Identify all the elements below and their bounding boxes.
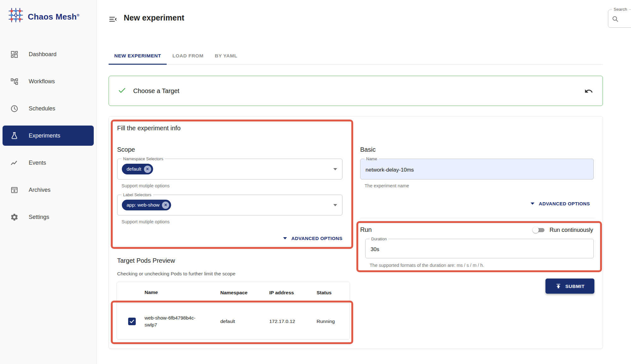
sidebar-item-events[interactable]: Events: [3, 153, 94, 173]
dashboard-icon: [10, 50, 19, 59]
triangle-down-icon: [531, 203, 534, 205]
run-continuously-toggle-row: Run continuously: [533, 226, 593, 234]
triangle-down-icon: [283, 237, 287, 239]
timeline-icon: [10, 159, 19, 167]
duration-field[interactable]: Duration: [365, 239, 594, 258]
pods-preview-heading: Target Pods Preview: [117, 257, 175, 264]
pod-checkbox[interactable]: [128, 318, 136, 325]
experiment-info-heading: Fill the experiment info: [117, 125, 181, 132]
pod-status: Running: [317, 319, 350, 324]
search-icon: [611, 15, 619, 23]
publish-icon: [555, 283, 562, 289]
tab-new-experiment[interactable]: NEW EXPERIMENT: [109, 47, 167, 64]
section-divider: [360, 218, 595, 218]
sidebar-item-settings[interactable]: Settings: [3, 207, 94, 227]
pods-table: Name Namespace IP address Status web-sho…: [116, 282, 350, 340]
sidebar-item-schedules[interactable]: Schedules: [3, 98, 94, 119]
namespace-chip: default ✕: [122, 164, 153, 174]
pods-preview-description: Checking or unchecking Pods to further l…: [117, 271, 235, 277]
pod-namespace: default: [220, 319, 269, 324]
flask-icon: [10, 132, 19, 140]
submit-label: SUBMIT: [565, 284, 585, 289]
scope-advanced-options-link[interactable]: ADVANCED OPTIONS: [117, 236, 342, 241]
brand-logo: Chaos Mesh®: [0, 0, 96, 25]
sidebar-nav: Dashboard Workflows Schedules: [0, 44, 96, 234]
label-helper-text: Support mutiple options: [122, 219, 170, 224]
undo-icon[interactable]: [584, 87, 593, 96]
duration-input[interactable]: [366, 239, 593, 258]
pod-name: web-show-6fb4798b4c-swlp7: [145, 314, 220, 329]
sidebar-item-dashboard[interactable]: Dashboard: [3, 44, 94, 64]
mesh-logo-icon: [8, 7, 24, 25]
duration-helper-text: The supported formats of the duration ar…: [370, 263, 484, 268]
sidebar-item-label: Experiments: [29, 132, 60, 139]
tab-load-from[interactable]: LOAD FROM: [167, 47, 209, 64]
label-selectors-label: Label Selectors: [122, 192, 153, 197]
trademark: ®: [77, 13, 79, 17]
namespace-selectors-field[interactable]: Namespace Selectors default ✕: [117, 159, 342, 179]
submit-button[interactable]: SUBMIT: [545, 279, 594, 294]
brand-name: Chaos Mesh®: [28, 7, 79, 25]
sidebar-item-label: Events: [29, 160, 46, 166]
archive-icon: [10, 186, 19, 194]
gear-icon: [10, 213, 19, 221]
chip-delete-icon[interactable]: ✕: [162, 202, 169, 209]
experiment-name-input[interactable]: [360, 159, 593, 179]
workflow-icon: [10, 77, 19, 86]
scope-heading: Scope: [117, 146, 135, 153]
experiment-form-card: Fill the experiment info Scope Namespace…: [109, 116, 603, 349]
sidebar-item-label: Workflows: [29, 78, 55, 85]
sidebar-item-label: Schedules: [29, 105, 55, 112]
label-chip-label: app: web-show: [127, 202, 159, 208]
basic-advanced-options-link[interactable]: ADVANCED OPTIONS: [360, 201, 590, 206]
sidebar-item-workflows[interactable]: Workflows: [3, 71, 94, 91]
choose-target-label: Choose a Target: [133, 87, 179, 95]
toggle-thumb: [533, 227, 539, 233]
sidebar-item-label: Archives: [29, 187, 51, 193]
column-header-status: Status: [317, 290, 350, 296]
basic-heading: Basic: [360, 146, 376, 153]
namespace-chip-label: default: [127, 166, 141, 172]
chevron-down-icon[interactable]: [333, 168, 337, 170]
column-header-namespace: Namespace: [220, 290, 269, 296]
sidebar-item-label: Settings: [29, 214, 49, 220]
label-chip: app: web-show ✕: [122, 200, 171, 210]
sidebar-item-experiments[interactable]: Experiments: [3, 126, 94, 146]
experiment-name-field[interactable]: Name: [360, 159, 594, 179]
column-header-ip: IP address: [269, 290, 317, 296]
search-field[interactable]: Search: [608, 9, 631, 28]
choose-target-step: Choose a Target: [109, 76, 603, 106]
advanced-options-label: ADVANCED OPTIONS: [291, 236, 342, 241]
page-title: New experiment: [124, 13, 184, 22]
namespace-selectors-label: Namespace Selectors: [122, 156, 165, 161]
run-continuously-label: Run continuously: [550, 227, 593, 233]
pod-row[interactable]: web-show-6fb4798b4c-swlp7 default 172.17…: [117, 303, 350, 339]
tab-by-yaml[interactable]: BY YAML: [209, 47, 243, 64]
menu-open-icon[interactable]: [109, 15, 117, 24]
chip-delete-icon[interactable]: ✕: [144, 166, 151, 173]
advanced-options-label: ADVANCED OPTIONS: [539, 201, 590, 206]
column-header-name: Name: [145, 289, 220, 296]
chaos-mesh-app: Chaos Mesh® Dashboard Workflows: [0, 0, 631, 364]
pod-ip: 172.17.0.12: [269, 319, 317, 324]
run-continuously-toggle[interactable]: [533, 226, 545, 234]
check-icon: [118, 86, 126, 96]
sidebar: Chaos Mesh® Dashboard Workflows: [0, 0, 97, 364]
tab-bar: NEW EXPERIMENT LOAD FROM BY YAML: [109, 47, 603, 65]
sidebar-item-archives[interactable]: Archives: [3, 180, 94, 200]
name-field-label: Name: [365, 156, 379, 161]
duration-field-label: Duration: [370, 236, 388, 242]
chevron-down-icon[interactable]: [333, 204, 337, 206]
run-heading: Run: [360, 226, 372, 233]
name-helper-text: The experiment name: [365, 183, 409, 188]
label-selectors-field[interactable]: Label Selectors app: web-show ✕: [117, 195, 342, 215]
sidebar-item-label: Dashboard: [29, 51, 57, 58]
namespace-helper-text: Support mutiple options: [122, 183, 170, 188]
clock-icon: [10, 104, 19, 113]
search-field-label: Search: [612, 7, 629, 12]
pods-table-header: Name Namespace IP address Status: [117, 282, 350, 303]
